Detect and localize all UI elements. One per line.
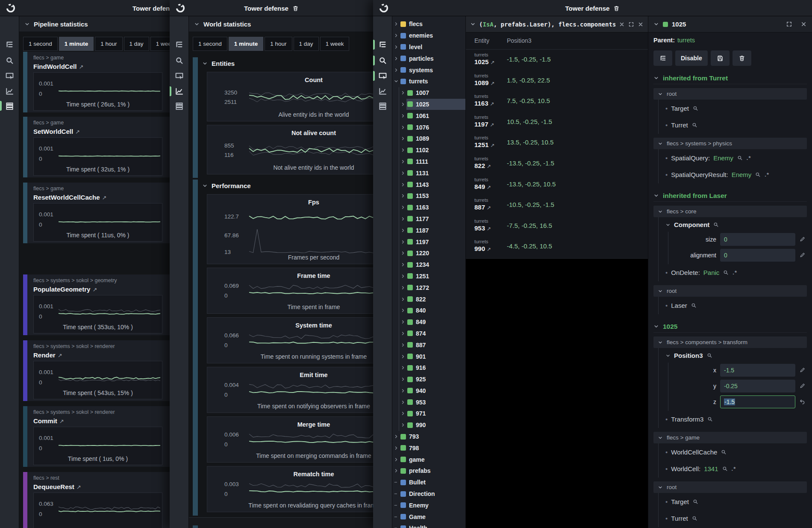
- tree-item-874[interactable]: 874: [399, 328, 465, 339]
- chevron-icon[interactable]: [399, 342, 406, 348]
- search-icon[interactable]: [692, 499, 699, 505]
- table-row-1163[interactable]: turrets 1163↗ 7.5, -0.25, 10.5: [466, 91, 648, 112]
- disable-button[interactable]: Disable: [675, 50, 708, 66]
- chevron-icon[interactable]: [399, 411, 406, 416]
- inherited-section-header[interactable]: inherited from Turret: [653, 72, 807, 84]
- search-icon[interactable]: [175, 56, 184, 65]
- module-path-bar[interactable]: flecs > core: [653, 206, 807, 217]
- tree-item-turrets[interactable]: turrets: [392, 76, 465, 87]
- chevron-icon[interactable]: [399, 297, 406, 302]
- tab-1-hour[interactable]: 1 hour: [95, 37, 122, 51]
- field-input[interactable]: 0: [720, 233, 795, 246]
- chevron-icon[interactable]: [392, 468, 400, 473]
- tree-item-840[interactable]: 840: [399, 305, 465, 316]
- chevron-icon[interactable]: [399, 102, 406, 107]
- entity-link[interactable]: 1089↗: [474, 79, 494, 86]
- tree-item-Game[interactable]: Game: [392, 511, 465, 522]
- expand-icon[interactable]: [786, 21, 792, 27]
- close-icon[interactable]: [638, 21, 644, 27]
- tab-1-hour[interactable]: 1 hour: [265, 37, 292, 51]
- tree-item-1187[interactable]: 1187: [399, 224, 465, 236]
- chevron-icon[interactable]: [392, 79, 400, 84]
- close-icon[interactable]: [800, 21, 807, 27]
- pair-icon[interactable]: .*: [733, 269, 737, 276]
- card-system-link[interactable]: DequeueRest↗: [33, 483, 81, 490]
- chevron-down-icon[interactable]: [202, 61, 208, 66]
- entity-link[interactable]: 849↗: [474, 183, 491, 190]
- tree-item-1234[interactable]: 1234: [399, 259, 465, 271]
- pair-target-link[interactable]: Panic: [703, 269, 720, 276]
- chevron-icon[interactable]: [399, 136, 406, 141]
- chevron-icon[interactable]: [392, 56, 400, 61]
- tab-1-second[interactable]: 1 second: [193, 37, 227, 51]
- inherited-section-header[interactable]: inherited from Laser: [653, 190, 807, 202]
- component-header-Component[interactable]: Component: [665, 218, 807, 232]
- query-input[interactable]: (IsA, prefabs.Laser), flecs.components: [479, 21, 615, 28]
- tree-item-1061[interactable]: 1061: [399, 110, 465, 121]
- chevron-icon[interactable]: [399, 90, 406, 95]
- tree-item-1111[interactable]: 1111: [399, 156, 465, 168]
- tree-item-Direction[interactable]: Direction: [392, 488, 465, 500]
- owned-section-header[interactable]: 1025: [653, 321, 807, 333]
- component-header-Position3[interactable]: Position3: [665, 348, 807, 363]
- tree-item-1197[interactable]: 1197: [399, 236, 465, 248]
- table-row-1197[interactable]: turrets 1197↗ 10.5, -0.25, -1.5: [466, 112, 648, 133]
- trash-icon[interactable]: [613, 5, 620, 12]
- expand-icon[interactable]: [628, 21, 634, 27]
- tree-item-prefabs[interactable]: prefabs: [392, 465, 465, 477]
- chevron-icon[interactable]: [399, 388, 406, 393]
- pair-target-link[interactable]: Enemy: [713, 154, 733, 162]
- tab-1-day[interactable]: 1 day: [294, 37, 319, 51]
- search-icon[interactable]: [706, 352, 713, 359]
- screen-share-icon[interactable]: [5, 71, 14, 80]
- chevron-down-icon[interactable]: [202, 183, 208, 189]
- trash-icon[interactable]: [292, 5, 299, 12]
- stats-icon[interactable]: [175, 101, 184, 110]
- pair-target-link[interactable]: Enemy: [732, 171, 752, 178]
- tree-item-887[interactable]: 887: [399, 339, 465, 351]
- tree-item-1272[interactable]: 1272: [399, 282, 465, 293]
- chevron-icon[interactable]: [392, 445, 400, 451]
- search-icon[interactable]: [707, 416, 713, 422]
- entity-link[interactable]: 990↗: [474, 245, 491, 252]
- chevron-icon[interactable]: [399, 422, 406, 428]
- entity-link[interactable]: 953↗: [474, 224, 491, 232]
- tree-item-925[interactable]: 925: [399, 374, 465, 385]
- chevron-down-icon[interactable]: [24, 21, 30, 27]
- card-system-link[interactable]: PopulateGeometry↗: [33, 286, 97, 293]
- chevron-icon[interactable]: [399, 285, 406, 290]
- table-row-953[interactable]: turrets 953↗ -7.5, -0.25, 16.5: [466, 216, 648, 237]
- tab-1-day[interactable]: 1 day: [124, 37, 149, 51]
- card-system-link[interactable]: Commit↗: [33, 417, 64, 425]
- chart-icon[interactable]: [175, 87, 184, 96]
- chevron-icon[interactable]: [392, 457, 400, 462]
- search-icon[interactable]: [691, 515, 698, 522]
- chart-icon[interactable]: [378, 87, 387, 96]
- tree-item-particles[interactable]: particles: [392, 53, 465, 64]
- chevron-icon[interactable]: [399, 193, 406, 198]
- entity-link[interactable]: 1251↗: [474, 141, 494, 148]
- chevron-icon[interactable]: [399, 274, 406, 279]
- pair-icon[interactable]: .*: [747, 155, 751, 161]
- tab-1-week[interactable]: 1 week: [320, 37, 350, 51]
- module-path-bar[interactable]: root: [653, 481, 807, 493]
- search-icon[interactable]: [722, 466, 728, 472]
- tree-item-1102[interactable]: 1102: [399, 145, 465, 156]
- tree-icon[interactable]: [175, 40, 184, 49]
- search-icon[interactable]: [755, 171, 761, 178]
- chevron-down-icon[interactable]: [194, 21, 200, 27]
- chevron-icon[interactable]: [399, 319, 406, 324]
- entity-link[interactable]: 822↗: [474, 162, 491, 169]
- chevron-icon[interactable]: [399, 182, 406, 187]
- tree-view-button[interactable]: [653, 50, 672, 66]
- tree-item-1153[interactable]: 1153: [399, 190, 465, 202]
- chevron-icon[interactable]: [392, 44, 400, 50]
- chevron-icon[interactable]: [392, 33, 400, 38]
- tree-item-Bullet[interactable]: Bullet: [392, 477, 465, 488]
- table-row-849[interactable]: turrets 849↗ -13.5, -0.25, 10.5: [466, 174, 648, 195]
- screen-share-icon[interactable]: [175, 71, 184, 80]
- module-path-bar[interactable]: flecs > game: [653, 432, 807, 443]
- card-system-link[interactable]: SetWorldCell↗: [33, 128, 80, 135]
- tree-item-916[interactable]: 916: [399, 362, 465, 374]
- tree-item-901[interactable]: 901: [399, 351, 465, 362]
